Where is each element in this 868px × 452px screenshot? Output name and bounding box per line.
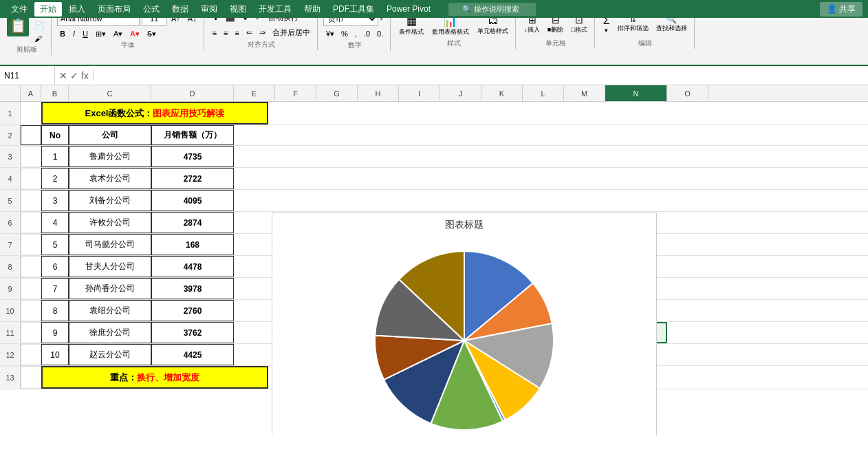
cell-8d[interactable]: 4478 bbox=[151, 256, 234, 277]
menu-insert[interactable]: 插入 bbox=[63, 2, 91, 17]
insert-function-icon[interactable]: fx bbox=[81, 70, 89, 81]
format-painter-button[interactable]: 🖌 bbox=[32, 33, 47, 44]
col-header-l[interactable]: L bbox=[523, 85, 564, 101]
col-header-e[interactable]: E bbox=[234, 85, 275, 101]
percent-button[interactable]: % bbox=[338, 28, 351, 39]
cell-4b[interactable]: 2 bbox=[41, 168, 69, 189]
format-cells-button[interactable]: ⊡ □格式 bbox=[568, 18, 589, 38]
cell-4d[interactable]: 2722 bbox=[151, 168, 234, 189]
fill-color-button[interactable]: A▾ bbox=[111, 28, 125, 40]
font-size-input[interactable] bbox=[142, 18, 166, 26]
cell-9c[interactable]: 孙尚香分公司 bbox=[69, 278, 151, 299]
cell-1b-merged[interactable]: Excel函数公式：图表应用技巧解读 bbox=[41, 102, 268, 125]
currency-button[interactable]: ¥▾ bbox=[323, 28, 337, 40]
cell-1a[interactable] bbox=[21, 102, 41, 125]
menu-file[interactable]: 文件 bbox=[6, 2, 33, 17]
col-header-c[interactable]: C bbox=[69, 85, 151, 101]
cell-7d[interactable]: 168 bbox=[151, 234, 234, 255]
menu-data[interactable]: 数据 bbox=[166, 2, 194, 17]
cell-13-note[interactable]: 重点：换行、增加宽度 bbox=[41, 366, 268, 389]
col-header-n[interactable]: N bbox=[605, 85, 667, 101]
sum-button[interactable]: Σ ▾ bbox=[600, 18, 613, 38]
menu-review[interactable]: 审阅 bbox=[195, 2, 223, 17]
cell-5d[interactable]: 4095 bbox=[151, 190, 234, 211]
increase-decimal-button[interactable]: .0 bbox=[361, 28, 373, 39]
conditional-format-button[interactable]: ▦ 条件格式 bbox=[396, 18, 426, 38]
menu-home[interactable]: 开始 bbox=[34, 2, 62, 17]
cell-5c[interactable]: 刘备分公司 bbox=[69, 190, 151, 211]
cell-11a[interactable] bbox=[21, 322, 41, 343]
cell-4c[interactable]: 袁术分公司 bbox=[69, 168, 151, 189]
cancel-icon[interactable]: ✕ bbox=[59, 70, 67, 81]
bold-button[interactable]: B bbox=[57, 28, 68, 39]
menu-view[interactable]: 视图 bbox=[224, 2, 252, 17]
cell-7c[interactable]: 司马懿分公司 bbox=[69, 234, 151, 255]
cell-6b[interactable]: 4 bbox=[41, 212, 69, 233]
auto-wrap-button[interactable]: 自动换行 bbox=[265, 18, 301, 24]
share-button[interactable]: 👤 共享 bbox=[820, 2, 862, 17]
find-select-button[interactable]: 🔍 查找和选择 bbox=[653, 18, 690, 38]
col-header-j[interactable]: J bbox=[440, 85, 481, 101]
menu-powerpivot[interactable]: Power Pivot bbox=[381, 3, 436, 15]
cell-6d[interactable]: 2874 bbox=[151, 212, 234, 233]
cell-10a[interactable] bbox=[21, 300, 41, 321]
cell-reference[interactable]: N11 bbox=[0, 66, 55, 85]
decrease-indent-button[interactable]: ⇐ bbox=[243, 27, 255, 39]
cell-2a[interactable] bbox=[21, 125, 41, 145]
menu-help[interactable]: 帮助 bbox=[299, 2, 326, 17]
cell-5a[interactable] bbox=[21, 190, 41, 211]
font-color-button[interactable]: A▾ bbox=[127, 28, 142, 40]
delete-cells-button[interactable]: ⊟ ■删除 bbox=[545, 18, 566, 38]
merge-center-button[interactable]: 合并后居中 bbox=[270, 26, 313, 39]
strikethrough-button[interactable]: S̶▾ bbox=[144, 28, 159, 40]
cell-12b[interactable]: 10 bbox=[41, 344, 69, 365]
menu-layout[interactable]: 页面布局 bbox=[92, 2, 136, 17]
insert-cells-button[interactable]: ⊞ ↓插入 bbox=[521, 18, 543, 38]
cell-4a[interactable] bbox=[21, 168, 41, 189]
col-header-b[interactable]: B bbox=[41, 85, 69, 101]
font-name-input[interactable] bbox=[57, 18, 140, 26]
col-header-a[interactable]: A bbox=[21, 85, 41, 101]
cell-9d[interactable]: 3978 bbox=[151, 278, 234, 299]
align-center-button[interactable]: ≡ bbox=[221, 28, 230, 39]
thousands-button[interactable]: , bbox=[352, 28, 360, 39]
decrease-decimal-button[interactable]: 0. bbox=[374, 28, 386, 39]
cell-3b[interactable]: 1 bbox=[41, 146, 69, 167]
formula-input[interactable] bbox=[94, 71, 868, 80]
border-button[interactable]: ⊞▾ bbox=[93, 28, 109, 40]
cell-12c[interactable]: 赵云分公司 bbox=[69, 344, 151, 365]
cell-2d[interactable]: 月销售额（万） bbox=[151, 125, 234, 145]
align-top-button[interactable]: ⬆ bbox=[210, 18, 221, 23]
col-header-d[interactable]: D bbox=[151, 85, 234, 101]
cell-13a[interactable] bbox=[21, 366, 41, 389]
cell-style-button[interactable]: 🗂 单元格样式 bbox=[475, 18, 511, 38]
col-header-f[interactable]: F bbox=[275, 85, 316, 101]
cell-8a[interactable] bbox=[21, 256, 41, 277]
align-right-button[interactable]: ≡ bbox=[232, 28, 242, 39]
cell-3c[interactable]: 鲁肃分公司 bbox=[69, 146, 151, 167]
cut-button[interactable]: ✂️ bbox=[32, 18, 47, 19]
font-increase-button[interactable]: A↑ bbox=[169, 18, 183, 24]
cell-7b[interactable]: 5 bbox=[41, 234, 69, 255]
copy-button[interactable]: 📄 bbox=[32, 20, 47, 32]
cell-6a[interactable] bbox=[21, 212, 41, 233]
cell-10b[interactable]: 8 bbox=[41, 300, 69, 321]
cell-12a[interactable] bbox=[21, 344, 41, 365]
confirm-icon[interactable]: ✓ bbox=[70, 70, 78, 81]
sort-filter-button[interactable]: ⇅ 排序和筛选 bbox=[615, 18, 651, 38]
increase-indent-button[interactable]: ⇒ bbox=[257, 27, 268, 39]
align-middle-button[interactable]: ⬛ bbox=[223, 18, 238, 23]
font-decrease-button[interactable]: A↓ bbox=[185, 18, 199, 24]
cell-7a[interactable] bbox=[21, 234, 41, 255]
cell-8c[interactable]: 甘夫人分公司 bbox=[69, 256, 151, 277]
search-box[interactable]: 🔍 操作说明搜索 bbox=[448, 3, 536, 16]
cell-11c[interactable]: 徐庶分公司 bbox=[69, 322, 151, 343]
cell-3a[interactable] bbox=[21, 146, 41, 167]
cell-12d[interactable]: 4425 bbox=[151, 344, 234, 365]
col-header-k[interactable]: K bbox=[481, 85, 523, 101]
italic-button[interactable]: I bbox=[70, 28, 78, 39]
number-format-select[interactable]: 货币 bbox=[323, 18, 378, 26]
cell-9a[interactable] bbox=[21, 278, 41, 299]
cell-2c[interactable]: 公司 bbox=[69, 125, 151, 145]
col-header-g[interactable]: G bbox=[316, 85, 358, 101]
